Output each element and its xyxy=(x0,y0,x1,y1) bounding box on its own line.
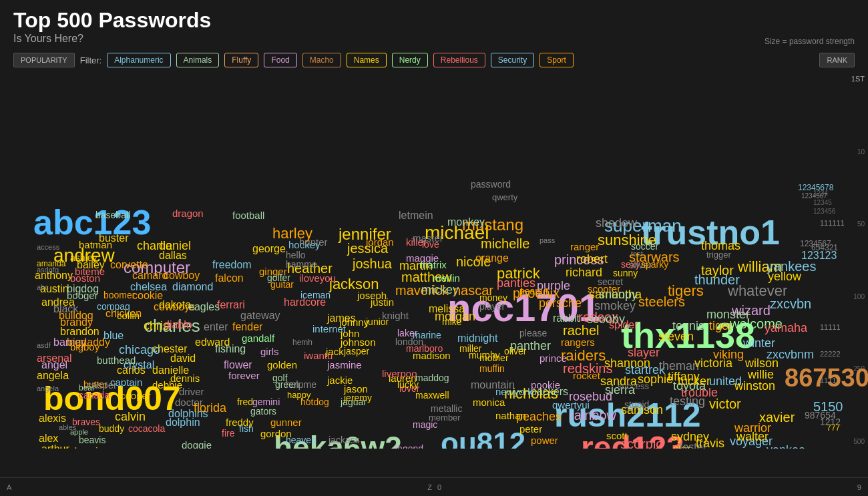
word-robert: robert xyxy=(576,253,608,265)
word-scott: scott xyxy=(606,431,628,441)
word-blue: blue xyxy=(103,330,124,341)
word-muffin: muffin xyxy=(479,364,505,373)
filter-food[interactable]: Food xyxy=(264,53,296,67)
word-fishing: fishing xyxy=(215,344,246,354)
rank-button[interactable]: RANK xyxy=(819,53,855,67)
word-rainbow: rainbow xyxy=(570,409,616,422)
word-newyork: newyork xyxy=(495,387,533,397)
word-fred: fred xyxy=(237,397,253,407)
word-ranger: ranger xyxy=(570,242,599,252)
filter-names[interactable]: Names xyxy=(347,53,387,67)
filter-sport[interactable]: Sport xyxy=(539,53,574,67)
word-melissa: melissa xyxy=(429,304,465,314)
word-florida: florida xyxy=(194,402,226,414)
word-freddy: freddy xyxy=(226,417,254,427)
word-apple: apple xyxy=(70,429,88,436)
word-collin: collin xyxy=(117,310,140,320)
word-gateway: gateway xyxy=(240,310,280,321)
word-victor: victor xyxy=(709,397,741,411)
word-dennis: dennis xyxy=(170,373,200,383)
word-gemini: gemini xyxy=(252,397,280,407)
word-1111: 1111 xyxy=(820,377,836,385)
word-hemh: hemh xyxy=(292,338,312,346)
word-ferrari: ferrari xyxy=(217,300,245,310)
filter-nerdy[interactable]: Nerdy xyxy=(392,53,428,67)
word-doggie: doggie xyxy=(182,440,212,449)
word-tennis: tennis xyxy=(672,320,704,332)
word-alex: alex xyxy=(39,433,58,444)
word-michelle: michelle xyxy=(481,237,529,250)
word-cowboy: cowboy xyxy=(164,270,200,281)
word-tiger: tiger xyxy=(709,320,732,332)
word-johnny: johnny xyxy=(339,317,369,327)
word-player: player xyxy=(479,302,505,311)
word-hunter: hunter xyxy=(299,237,328,247)
word-merlin: merlin xyxy=(433,273,460,283)
word-george: george xyxy=(252,244,286,254)
word-jasmine: jasmine xyxy=(327,360,362,370)
word-camaro: camaro xyxy=(132,270,168,281)
word-rabbit: rabbit xyxy=(553,313,580,324)
word-abc123: abc123 xyxy=(33,205,151,240)
word-nathan: nathan xyxy=(495,411,526,421)
word-falcon: falcon xyxy=(215,273,244,284)
filter-alphanumeric[interactable]: Alphanumeric xyxy=(107,53,170,67)
word-1234567: 1234567 xyxy=(801,193,827,200)
word-abc: abc xyxy=(37,284,49,291)
word-buddy: buddy xyxy=(99,424,124,433)
word-gators: gators xyxy=(250,407,276,416)
word-bigboy: bigboy xyxy=(70,342,99,352)
word-gunner: gunner xyxy=(270,417,302,427)
y-label-10: 10 xyxy=(857,148,865,156)
word-rangers: rangers xyxy=(561,337,595,347)
word-hello: hello xyxy=(286,250,306,260)
word-monster: monster xyxy=(706,308,750,320)
word-stupid: stupid xyxy=(624,400,649,409)
word-winston: winston xyxy=(734,380,775,392)
word-murphy: murphy xyxy=(469,350,500,360)
word-22222: 22222 xyxy=(820,350,841,358)
word-rachel: rachel xyxy=(563,324,599,337)
filter-security[interactable]: Security xyxy=(491,53,534,67)
word-test: test xyxy=(631,250,643,258)
word-corvette: corvette xyxy=(110,260,148,270)
word-orange: orange xyxy=(475,253,509,264)
word-qwerty: qwerty xyxy=(492,193,517,202)
filter-rebellious[interactable]: Rebellious xyxy=(433,53,485,67)
word-sunny: sunny xyxy=(613,268,638,278)
word-crystal: crystal xyxy=(124,360,154,370)
word-shadow: shadow xyxy=(596,217,637,229)
word-tucker: tucker xyxy=(678,375,710,387)
word-buster: buster xyxy=(99,233,128,244)
word-maxwell: maxwell xyxy=(415,391,449,400)
word-gandalf: gandalf xyxy=(242,333,274,343)
word-maddog: maddog xyxy=(415,373,449,383)
word-12345678: 12345678 xyxy=(798,184,833,192)
word-monica: monica xyxy=(473,397,505,407)
word-letmein: letmein xyxy=(399,210,433,221)
word-11111: 111111 xyxy=(820,220,845,227)
word-secret: secret xyxy=(598,277,623,286)
word-pass: pass xyxy=(539,237,555,244)
word-prince: prince xyxy=(539,353,567,363)
word-metallic: metallic xyxy=(431,404,462,413)
word-jackass: jackass xyxy=(329,435,360,445)
word-slayer: slayer xyxy=(628,346,660,358)
word-zxcvbnm: zxcvbnm xyxy=(767,348,814,360)
word-pookie: pookie xyxy=(531,380,560,390)
word-master: master xyxy=(413,233,443,243)
word-heaven: heaven xyxy=(286,435,316,445)
word-amandag: angela xyxy=(37,385,59,393)
y-label-1st: 1ST xyxy=(851,75,865,83)
filter-macho[interactable]: Macho xyxy=(302,53,341,67)
filter-animals[interactable]: Animals xyxy=(176,53,220,67)
popularity-button[interactable]: POPULARITY xyxy=(13,53,75,67)
word-braves: braves xyxy=(72,417,100,427)
word-johnson: johnson xyxy=(341,337,376,347)
filter-fluffy[interactable]: Fluffy xyxy=(224,53,258,67)
bottom-label-z: Z xyxy=(427,483,432,491)
word-power: power xyxy=(531,435,558,445)
word-knight: knight xyxy=(382,310,409,320)
word-qwertyui: qwertyui xyxy=(552,400,590,410)
word-access: access xyxy=(37,244,59,251)
